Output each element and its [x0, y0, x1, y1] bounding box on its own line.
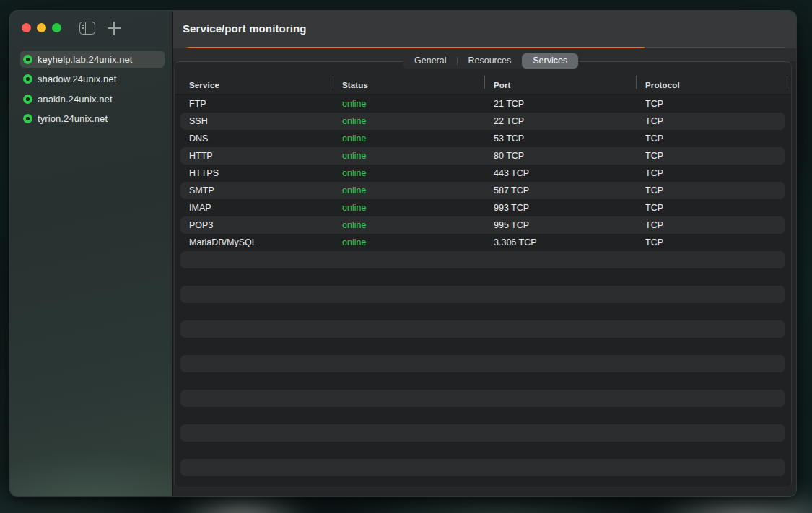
status-cell: online	[333, 220, 484, 230]
service-cell: HTTP	[180, 151, 333, 161]
service-cell: SSH	[180, 116, 333, 126]
protocol-cell: TCP	[636, 133, 791, 144]
sidebar-toggle-icon[interactable]	[79, 22, 95, 35]
sidebar-item-label: anakin.24unix.net	[38, 94, 113, 105]
table-row-mariadb-mysql[interactable]: MariaDB/MySQLonline3.306 TCPTCP	[175, 234, 791, 251]
page-title: Service/port monitoring	[183, 22, 307, 35]
table-row-empty	[180, 251, 785, 268]
desktop: keyhelp.lab.24unix.netshadow.24unix.neta…	[0, 0, 812, 513]
table-row-https[interactable]: HTTPSonline443 TCPTCP	[175, 165, 791, 182]
table-row-empty	[180, 286, 785, 303]
add-server-button plus-icon[interactable]	[108, 22, 121, 35]
status-cell: online	[333, 151, 484, 161]
protocol-cell: TCP	[636, 168, 791, 178]
port-cell: 993 TCP	[484, 203, 636, 213]
port-cell: 995 TCP	[484, 220, 636, 230]
column-header-protocol[interactable]: Protocol	[636, 81, 791, 89]
table-row-ftp[interactable]: FTPonline21 TCPTCP	[175, 95, 791, 113]
protocol-cell: TCP	[636, 185, 785, 196]
status-cell: online	[333, 203, 484, 213]
table-row-empty	[180, 424, 785, 442]
column-separator	[636, 76, 637, 89]
tab-services[interactable]: Services	[522, 53, 578, 69]
table-row-empty	[180, 390, 785, 407]
status-cell: online	[333, 185, 484, 196]
sidebar-item-anakin[interactable]: anakin.24unix.net	[20, 90, 165, 108]
table-row-ssh[interactable]: SSHonline22 TCPTCP	[180, 113, 785, 130]
protocol-cell: TCP	[636, 99, 791, 109]
sidebar-item-label: keyhelp.lab.24unix.net	[38, 54, 133, 65]
status-cell: online	[333, 116, 484, 126]
titlebar: Service/port monitoring	[173, 11, 796, 48]
protocol-cell: TCP	[636, 220, 785, 230]
column-separator	[787, 76, 787, 89]
tab-general[interactable]: General	[403, 53, 457, 69]
table-row-imap[interactable]: IMAPonline993 TCPTCP	[175, 199, 791, 216]
column-header-service[interactable]: Service	[175, 81, 333, 89]
table-row-empty	[175, 268, 791, 286]
table-header-row: ServiceStatusPortProtocol	[175, 81, 791, 89]
port-cell: 587 TCP	[484, 185, 636, 196]
port-cell: 443 TCP	[484, 168, 636, 178]
table-row-pop3[interactable]: POP3online995 TCPTCP	[180, 216, 785, 234]
table-row-http[interactable]: HTTPonline80 TCPTCP	[180, 147, 785, 165]
port-cell: 22 TCP	[484, 116, 636, 126]
service-cell: HTTPS	[175, 168, 333, 178]
port-cell: 21 TCP	[484, 99, 636, 109]
table-row-dns[interactable]: DNSonline53 TCPTCP	[175, 130, 791, 147]
table-row-empty	[180, 320, 785, 338]
table-row-empty	[175, 338, 791, 355]
status-cell: online	[333, 237, 484, 247]
column-header-port[interactable]: Port	[484, 81, 636, 89]
port-cell: 80 TCP	[484, 151, 636, 161]
service-cell: MariaDB/MySQL	[175, 237, 333, 247]
server-list: keyhelp.lab.24unix.netshadow.24unix.neta…	[20, 51, 165, 128]
service-cell: FTP	[175, 99, 333, 109]
table-row-empty	[175, 407, 791, 424]
table-body: FTPonline21 TCPTCPSSHonline22 TCPTCPDNSo…	[175, 95, 791, 487]
table-row-empty	[180, 459, 785, 476]
server-status-online-icon	[23, 55, 32, 64]
status-cell: online	[333, 168, 484, 178]
column-separator	[333, 76, 333, 89]
status-cell: online	[333, 133, 484, 144]
main-pane: Service/port monitoring GeneralResources…	[173, 11, 796, 496]
server-status-online-icon	[23, 74, 32, 84]
protocol-cell: TCP	[636, 151, 785, 161]
table-row-empty	[180, 355, 785, 372]
table-row-smtp[interactable]: SMTPonline587 TCPTCP	[180, 182, 785, 199]
port-cell: 53 TCP	[484, 133, 636, 144]
app-window: keyhelp.lab.24unix.netshadow.24unix.neta…	[10, 11, 796, 496]
port-cell: 3.306 TCP	[484, 237, 636, 247]
sidebar-item-keyhelp[interactable]: keyhelp.lab.24unix.net	[20, 51, 165, 68]
protocol-cell: TCP	[636, 116, 785, 126]
protocol-cell: TCP	[636, 237, 791, 247]
table-row-empty	[175, 372, 791, 390]
segmented-control: GeneralResourcesServices	[402, 53, 580, 69]
traffic-light-minimize-button[interactable]	[37, 23, 46, 32]
protocol-cell: TCP	[636, 203, 791, 213]
service-cell: SMTP	[180, 185, 333, 196]
server-status-online-icon	[23, 114, 32, 123]
sidebar: keyhelp.lab.24unix.netshadow.24unix.neta…	[10, 11, 172, 496]
sidebar-item-shadow[interactable]: shadow.24unix.net	[20, 71, 165, 88]
server-status-online-icon	[23, 95, 32, 104]
sidebar-item-label: tyrion.24unix.net	[38, 113, 108, 124]
sidebar-item-tyrion[interactable]: tyrion.24unix.net	[20, 110, 165, 128]
service-cell: DNS	[175, 133, 333, 144]
table-row-empty	[175, 303, 791, 320]
sidebar-item-label: shadow.24unix.net	[38, 74, 116, 84]
service-cell: IMAP	[175, 203, 333, 213]
traffic-light-close-button[interactable]	[22, 23, 31, 32]
column-header-status[interactable]: Status	[333, 81, 484, 89]
services-table: ServiceStatusPortProtocol FTPonline21 TC…	[174, 61, 792, 488]
window-controls	[22, 23, 61, 32]
service-cell: POP3	[180, 220, 333, 230]
table-row-empty	[175, 442, 791, 459]
column-separator	[484, 76, 485, 89]
traffic-light-zoom-button[interactable]	[52, 23, 61, 32]
tab-resources[interactable]: Resources	[457, 53, 522, 69]
status-cell: online	[333, 99, 484, 109]
